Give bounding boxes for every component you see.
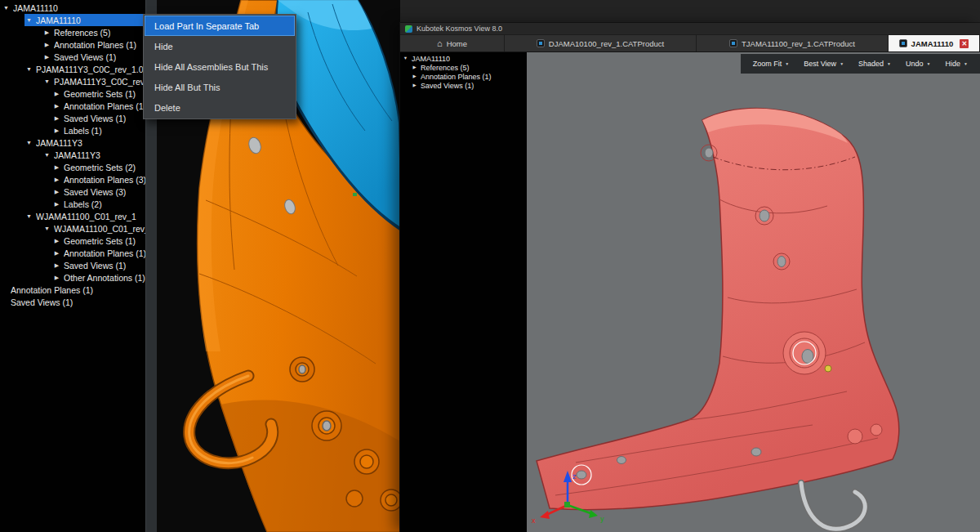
tree-item[interactable]: WJAMA11100_C01_rev_1 xyxy=(0,210,145,222)
title-bar[interactable]: Kubotek Kosmos View 8.0 xyxy=(400,23,980,35)
home-icon xyxy=(437,39,443,48)
tree-item[interactable]: Saved Views (1) xyxy=(0,112,145,124)
expander-right-icon[interactable] xyxy=(52,91,61,96)
expander-down-icon[interactable] xyxy=(2,5,11,11)
tree-item[interactable]: JAMA11110 xyxy=(0,2,145,14)
expander-down-icon[interactable] xyxy=(42,152,51,158)
tree-item[interactable]: Labels (2) xyxy=(0,198,145,210)
expander-right-icon[interactable] xyxy=(42,29,51,35)
tree-item[interactable]: Other Annotations (1) xyxy=(0,271,145,284)
front-3d-viewport[interactable]: z x y Zoom Fit Best View Shaded Undo Hid… xyxy=(527,52,980,532)
part-red-body[interactable] xyxy=(537,109,899,510)
tree-item[interactable]: Geometric Sets (1) xyxy=(0,87,145,100)
zoom-fit-button[interactable]: Zoom Fit xyxy=(746,54,796,74)
menu-item-delete[interactable]: Delete xyxy=(145,97,295,118)
shaded-button[interactable]: Shaded xyxy=(851,54,898,74)
expander-right-icon[interactable] xyxy=(52,275,61,280)
menu-item-hide-all-assemblies-but-this[interactable]: Hide All Assemblies But This xyxy=(145,56,295,77)
menu-item-label: Hide All Assemblies But This xyxy=(154,62,268,72)
best-view-button[interactable]: Best View xyxy=(796,54,851,74)
tab-label: TJAMA11100_rev_1.CATProduct xyxy=(742,39,855,48)
expander-right-icon[interactable] xyxy=(52,164,61,170)
tree-item[interactable]: Saved Views (1) xyxy=(0,259,145,271)
tree-item[interactable]: Geometric Sets (2) xyxy=(0,161,145,173)
tab-home[interactable]: Home xyxy=(400,35,505,51)
hide-button[interactable]: Hide xyxy=(938,54,975,74)
tree-item[interactable]: WJAMA11100_C01_rev_1 xyxy=(0,222,145,235)
tree-item-label: Other Annotations (1) xyxy=(64,273,145,283)
expander-right-icon[interactable] xyxy=(52,115,61,121)
menu-item-load-part-in-separate-tab[interactable]: Load Part In Separate Tab xyxy=(145,16,295,36)
tree-item[interactable]: Annotation Planes (1) xyxy=(0,100,145,112)
part-document-icon xyxy=(537,39,545,47)
tree-item[interactable]: Geometric Sets (1) xyxy=(0,235,145,247)
tab-tjama11100[interactable]: TJAMA11100_rev_1.CATProduct xyxy=(697,35,889,51)
expander-right-icon[interactable] xyxy=(52,103,61,109)
expander-right-icon[interactable] xyxy=(52,127,61,133)
tree-item-label: References (5) xyxy=(421,64,470,72)
tab-bar: Home DJAMA10100_rev_1.CATProduct TJAMA11… xyxy=(400,35,980,52)
tree-item-label: Geometric Sets (2) xyxy=(64,163,136,172)
tree-item[interactable]: Annotation Planes (1) xyxy=(0,247,145,259)
expander-right-icon[interactable] xyxy=(42,54,51,60)
tree-item[interactable]: Saved Views (1) xyxy=(400,81,527,90)
back-window-edge xyxy=(400,0,980,23)
tree-item-label: Labels (1) xyxy=(64,126,102,136)
menu-item-label: Hide xyxy=(154,42,173,51)
tab-djama10100[interactable]: DJAMA10100_rev_1.CATProduct xyxy=(505,35,697,51)
tree-item[interactable]: Saved Views (3) xyxy=(0,186,145,198)
expander-right-icon[interactable] xyxy=(52,250,61,256)
button-label: Best View xyxy=(804,60,836,68)
expander-down-icon[interactable] xyxy=(24,66,33,72)
expander-down-icon[interactable] xyxy=(402,56,409,61)
tree-item[interactable]: Annotation Planes (1) xyxy=(400,72,527,81)
expander-right-icon[interactable] xyxy=(411,65,418,70)
tree-item[interactable]: References (5) xyxy=(0,26,145,38)
expander-down-icon[interactable] xyxy=(24,213,33,219)
tree-item[interactable]: References (5) xyxy=(400,63,527,72)
expander-right-icon[interactable] xyxy=(52,177,61,182)
tab-jama11110-active[interactable]: JAMA11110 xyxy=(889,35,980,51)
tree-item[interactable]: Annotation Planes (1) xyxy=(0,38,145,51)
tree-item[interactable]: JAMA111Y3 xyxy=(0,149,145,161)
expander-right-icon[interactable] xyxy=(52,238,61,244)
expander-down-icon[interactable] xyxy=(42,78,51,84)
chevron-down-icon xyxy=(887,62,891,66)
tree-item[interactable]: Annotation Planes (3) xyxy=(0,173,145,186)
chevron-down-icon xyxy=(927,62,931,66)
expander-right-icon[interactable] xyxy=(42,42,51,47)
tree-item-selected[interactable]: JAMA11110 xyxy=(0,14,145,26)
tree-item-label: JAMA111Y3 xyxy=(54,150,100,160)
tree-item[interactable]: PJAMA111Y3_C0C_rev_1.001 xyxy=(0,63,145,75)
expander-down-icon[interactable] xyxy=(24,17,33,23)
tree-item-label: Geometric Sets (1) xyxy=(64,236,136,246)
wire-tube[interactable] xyxy=(801,483,865,529)
part-document-icon xyxy=(899,39,907,47)
tree-item-label: JAMA111Y3 xyxy=(36,138,82,148)
undo-button[interactable]: Undo xyxy=(898,54,938,74)
expander-right-icon[interactable] xyxy=(411,74,418,79)
expander-right-icon[interactable] xyxy=(411,83,418,88)
tree-item-label: Saved Views (3) xyxy=(64,187,126,197)
red-part-graphic: z x y xyxy=(527,52,980,532)
expander-right-icon[interactable] xyxy=(52,189,61,194)
expander-right-icon[interactable] xyxy=(52,201,61,207)
expander-down-icon[interactable] xyxy=(42,226,51,231)
tree-item[interactable]: Saved Views (1) xyxy=(0,296,145,308)
expander-right-icon[interactable] xyxy=(52,262,61,268)
close-tab-icon[interactable] xyxy=(960,39,969,48)
tree-item[interactable]: Saved Views (1) xyxy=(0,51,145,63)
tree-item[interactable]: JAMA111Y3 xyxy=(0,136,145,149)
tree-item[interactable]: Labels (1) xyxy=(0,124,145,136)
part-document-icon xyxy=(729,39,737,47)
menu-item-hide[interactable]: Hide xyxy=(145,36,295,56)
tab-label: Home xyxy=(447,39,467,48)
triad-origin xyxy=(564,502,570,507)
tree-item[interactable]: Annotation Planes (1) xyxy=(0,284,145,296)
tree-item[interactable]: JAMA11110 xyxy=(400,54,527,63)
expander-down-icon[interactable] xyxy=(24,140,33,145)
menu-item-hide-all-but-this[interactable]: Hide All But This xyxy=(145,77,295,97)
tree-item[interactable]: PJAMA111Y3_C0C_rev_1 xyxy=(0,75,145,87)
chevron-down-icon xyxy=(785,62,789,66)
tree-item-label: JAMA11110 xyxy=(412,55,450,63)
